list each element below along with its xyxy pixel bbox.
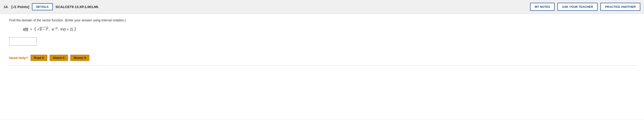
points-label: [-/1 Points]	[11, 5, 29, 9]
ask-teacher-button[interactable]: ASK YOUR TEACHER	[558, 3, 598, 11]
formula-content: √9 − t2, e−2t, ln(t + 2)	[37, 27, 74, 31]
math-formula: r(t) = ⟨ √9 − t2, e−2t, ln(t + 2) ⟩	[23, 26, 637, 32]
separator	[9, 66, 637, 66]
need-help-section: Need Help? Read It Watch It Master It	[9, 55, 637, 61]
read-it-button[interactable]: Read It	[30, 55, 47, 61]
practice-another-button[interactable]: PRACTICE ANOTHER	[600, 3, 640, 11]
number: 14.	[4, 5, 8, 9]
problem-code: SCALCET9 13.XP.1.001.MI.	[56, 5, 99, 9]
left-angle: ⟨	[34, 26, 36, 32]
header-bar: 14. [-/1 Points] DETAILS SCALCET9 13.XP.…	[0, 0, 644, 14]
my-notes-button[interactable]: MY NOTES	[530, 3, 555, 11]
right-angle: ⟩	[74, 26, 76, 32]
watch-it-button[interactable]: Watch It	[50, 55, 68, 61]
r-symbol: r(t)	[23, 27, 28, 31]
problem-description: Find the domain of the vector function. …	[9, 18, 637, 22]
need-help-label: Need Help?	[9, 56, 28, 60]
master-it-button[interactable]: Master It	[70, 55, 89, 61]
answer-input[interactable]	[9, 37, 37, 46]
content-area: Find the domain of the vector function. …	[0, 14, 644, 120]
problem-number: 14. [-/1 Points]	[4, 5, 29, 9]
details-button[interactable]: DETAILS	[32, 3, 53, 10]
